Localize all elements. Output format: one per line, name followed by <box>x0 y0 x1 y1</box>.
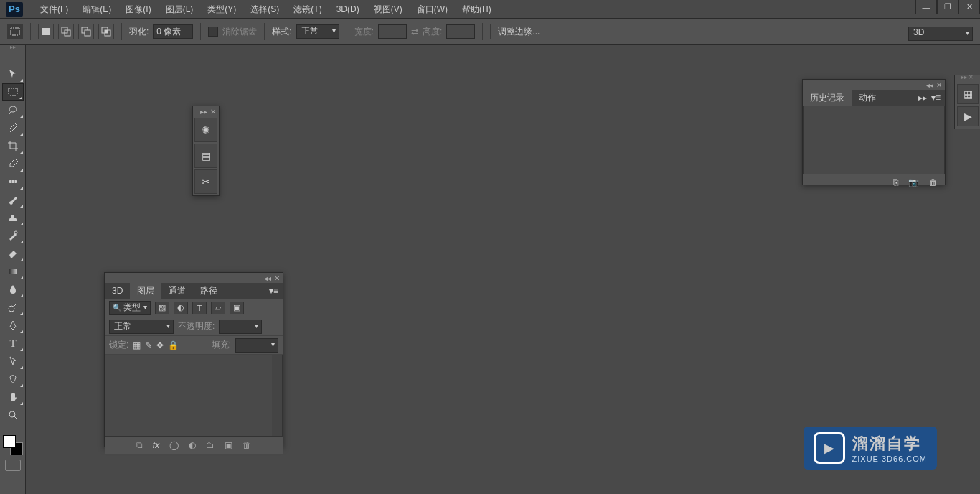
healing-brush-tool[interactable] <box>2 173 24 190</box>
menu-select[interactable]: 选择(S) <box>243 0 286 19</box>
clone-stamp-tool[interactable] <box>2 209 24 226</box>
fill-input[interactable] <box>235 338 278 353</box>
dodge-tool[interactable] <box>2 299 24 316</box>
3d-scene-icon[interactable]: ▤ <box>194 144 217 168</box>
dock-play-icon[interactable]: ▶ <box>957 106 979 126</box>
menu-image[interactable]: 图像(I) <box>118 0 158 19</box>
filter-shape-icon[interactable]: ▱ <box>211 302 225 314</box>
zoom-tool[interactable] <box>2 406 24 424</box>
menu-window[interactable]: 窗口(W) <box>410 0 455 19</box>
type-tool[interactable]: T <box>2 335 24 352</box>
filter-pixel-icon[interactable]: ▨ <box>155 302 169 314</box>
window-restore-button[interactable]: ❐ <box>937 0 958 14</box>
move-tool[interactable] <box>2 65 24 83</box>
filter-adjustment-icon[interactable]: ◐ <box>174 302 188 314</box>
gradient-tool[interactable] <box>2 263 24 280</box>
layer-mask-icon[interactable]: ◯ <box>169 440 179 450</box>
lock-pixels-icon[interactable]: ✎ <box>145 340 152 350</box>
selection-add-icon[interactable] <box>58 24 74 39</box>
hand-tool[interactable] <box>2 388 24 406</box>
delete-layer-icon[interactable]: 🗑 <box>242 440 251 450</box>
eyedropper-tool[interactable] <box>2 155 24 172</box>
panel-menu-icon[interactable]: ▾≡ <box>265 286 283 296</box>
height-input <box>446 24 475 39</box>
tab-channels[interactable]: 通道 <box>161 283 193 299</box>
panel-collapse-icon[interactable]: ◂◂ <box>264 274 271 282</box>
options-bar: 羽化: 消除锯齿 样式: 正常 宽度: ⇄ 高度: 调整边缘... 3D <box>0 19 980 45</box>
lock-position-icon[interactable]: ✥ <box>156 340 164 350</box>
style-select[interactable]: 正常 <box>296 24 339 39</box>
layer-filter-type[interactable]: 🔍 类型 <box>109 301 151 315</box>
dock-collapse-handle[interactable]: ▸▸ ✕ <box>955 75 980 82</box>
opacity-label: 不透明度: <box>178 320 215 332</box>
tab-3d[interactable]: 3D <box>105 283 130 299</box>
panel-collapse-icon[interactable]: ▸▸ <box>200 108 207 116</box>
menu-file[interactable]: 文件(F) <box>33 0 75 19</box>
pen-tool[interactable] <box>2 317 24 334</box>
link-layers-icon[interactable]: ⧉ <box>136 440 143 450</box>
history-brush-tool[interactable] <box>2 227 24 244</box>
dock-swatches-icon[interactable]: ▦ <box>957 84 979 104</box>
tab-paths[interactable]: 路径 <box>193 283 225 299</box>
blur-tool[interactable] <box>2 281 24 298</box>
magic-wand-tool[interactable] <box>2 119 24 136</box>
brush-tool[interactable] <box>2 191 24 208</box>
refine-edge-button[interactable]: 调整边缘... <box>490 24 547 39</box>
lock-all-icon[interactable]: 🔒 <box>168 340 179 350</box>
panel-menu-icon[interactable]: ▾≡ <box>931 93 941 103</box>
filter-smart-icon[interactable]: ▣ <box>230 302 244 314</box>
workspace-select[interactable]: 3D <box>908 27 973 41</box>
panel-close-icon[interactable]: ✕ <box>936 81 942 89</box>
menu-help[interactable]: 帮助(H) <box>455 0 499 19</box>
window-close-button[interactable]: ✕ <box>958 0 980 14</box>
window-minimize-button[interactable]: — <box>915 0 937 14</box>
tab-actions[interactable]: 动作 <box>852 90 883 106</box>
selection-new-icon[interactable] <box>38 24 54 39</box>
layer-fx-icon[interactable]: fx <box>153 440 159 450</box>
feather-input[interactable] <box>153 24 193 39</box>
color-swatches[interactable] <box>3 435 23 455</box>
menu-3d[interactable]: 3D(D) <box>329 0 367 19</box>
new-document-from-state-icon[interactable]: ⎘ <box>893 177 898 187</box>
feather-label: 羽化: <box>129 26 149 38</box>
antialias-checkbox[interactable] <box>208 27 218 37</box>
lock-transparency-icon[interactable]: ▦ <box>133 340 141 350</box>
tab-layers[interactable]: 图层 <box>130 283 161 299</box>
lasso-tool[interactable] <box>2 101 24 118</box>
marquee-tool[interactable] <box>2 83 24 101</box>
swap-wh-icon[interactable]: ⇄ <box>411 27 418 37</box>
shape-tool[interactable] <box>2 370 24 388</box>
selection-subtract-icon[interactable] <box>78 24 94 39</box>
3d-light-icon[interactable]: ✺ <box>194 118 217 142</box>
filter-type-icon[interactable]: T <box>192 302 207 314</box>
toolbox-collapse-handle[interactable]: ▸▸ <box>0 45 25 52</box>
tab-history[interactable]: 历史记录 <box>803 90 852 106</box>
svg-point-14 <box>9 411 15 417</box>
current-tool-icon[interactable] <box>7 24 23 39</box>
path-selection-tool[interactable] <box>2 353 24 370</box>
adjustment-layer-icon[interactable]: ◐ <box>189 440 196 450</box>
height-label: 高度: <box>423 26 442 38</box>
panel-collapse-icon[interactable]: ◂◂ <box>926 81 933 89</box>
panel-close-icon[interactable]: ✕ <box>210 108 216 116</box>
eraser-tool[interactable] <box>2 245 24 262</box>
panel-expand-icon[interactable]: ▸▸ <box>918 93 927 103</box>
3d-properties-icon[interactable]: ✂ <box>194 169 217 194</box>
new-layer-icon[interactable]: ▣ <box>225 440 232 450</box>
menu-layer[interactable]: 图层(L) <box>159 0 201 19</box>
quick-mask-toggle[interactable] <box>5 460 21 471</box>
menu-edit[interactable]: 编辑(E) <box>75 0 118 19</box>
delete-state-icon[interactable]: 🗑 <box>929 177 938 187</box>
panel-close-icon[interactable]: ✕ <box>274 274 280 282</box>
crop-tool[interactable] <box>2 137 24 154</box>
watermark-url: ZIXUE.3D66.COM <box>852 455 927 463</box>
menu-type[interactable]: 类型(Y) <box>200 0 243 19</box>
new-snapshot-icon[interactable]: 📷 <box>908 177 919 187</box>
blend-mode-select[interactable]: 正常 <box>109 320 174 334</box>
layer-group-icon[interactable]: 🗀 <box>206 440 215 450</box>
scrollbar[interactable] <box>272 355 282 436</box>
menu-filter[interactable]: 滤镜(T) <box>286 0 329 19</box>
selection-intersect-icon[interactable] <box>98 24 114 39</box>
menu-view[interactable]: 视图(V) <box>367 0 410 19</box>
opacity-input[interactable] <box>219 320 262 334</box>
